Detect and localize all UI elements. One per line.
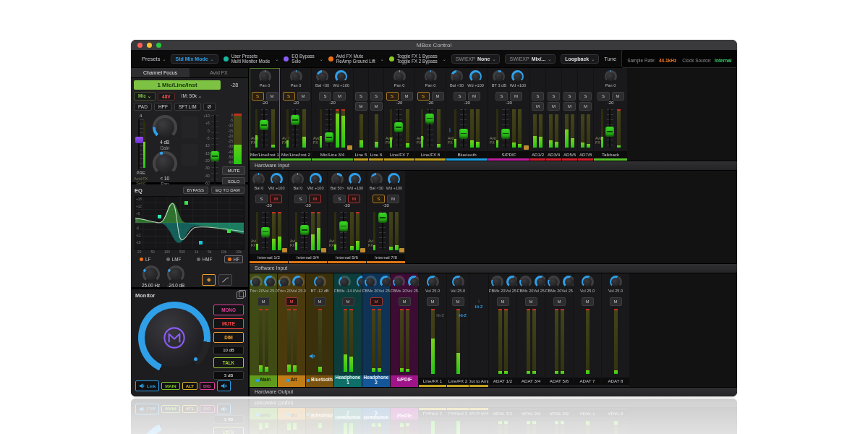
solo-button[interactable]: S [532,92,544,101]
knob[interactable] [605,70,617,82]
mute-button[interactable]: M [579,102,592,111]
eq-graph[interactable]: +18 +12 +6 0 -6 -12 -18 [135,196,244,250]
solo-button[interactable]: S [294,195,307,203]
channel-label[interactable]: Mic/Line/Inst 2 [281,151,311,158]
channel-fader[interactable] [260,108,269,149]
tab-avid-fx[interactable]: Avid FX [190,68,248,77]
channel-label[interactable]: Line 5 [354,151,368,158]
channel-label[interactable]: AD5/6 [562,151,577,158]
focus-channel-fader[interactable] [210,114,219,186]
solo-button[interactable]: S [255,195,268,203]
mix-mode-dropdown[interactable]: Std Mix Mode⌄ [171,54,218,64]
channel-fader[interactable] [501,108,510,149]
knob[interactable] [469,70,482,82]
knob[interactable] [491,276,503,288]
swexp1-dropdown[interactable]: SW/EXPNone⌄ [451,54,501,64]
knob[interactable] [393,276,405,288]
channel-fader[interactable] [394,108,404,149]
solo-button[interactable]: S [417,92,430,101]
knob[interactable] [278,276,291,288]
monitor-talk-button[interactable]: TALK [213,357,244,368]
mute-button[interactable]: M [258,297,270,306]
mute-button[interactable]: M [525,297,537,306]
mute-button[interactable]: M [314,297,326,306]
pad-button[interactable]: PAD [134,103,152,111]
eq-handle[interactable] [227,229,231,233]
eq-band-hmf[interactable]: HMF [193,255,216,263]
knob[interactable] [452,276,464,288]
mute-button[interactable]: M [270,195,282,203]
channel-label[interactable]: Internal 3/4 [289,254,327,261]
channel-fader[interactable] [425,108,435,149]
knob[interactable] [388,173,400,185]
knob[interactable] [610,276,622,288]
knob[interactable] [271,173,283,185]
mute-button[interactable]: M [370,102,383,111]
channel-label[interactable]: Internal 7/8 [367,254,405,261]
channel-label[interactable]: Line/FX 8 [415,151,446,158]
mute-button[interactable]: M [497,297,509,306]
phantom-48v-button[interactable]: 48V [158,93,175,101]
monitor-select-alt[interactable]: ALT [182,382,197,390]
knob[interactable] [259,70,271,82]
channel-label[interactable]: Internal 1/2 [250,254,288,261]
mute-button[interactable]: M [468,92,480,101]
knob[interactable] [493,70,505,82]
mute-button[interactable]: M [432,92,444,101]
solo-button[interactable]: S [333,195,346,203]
channel-fader[interactable] [299,210,309,252]
mute-button[interactable]: M [452,297,464,306]
knob[interactable] [511,70,524,82]
solo-button[interactable]: S [579,92,592,101]
eq-band-lmf[interactable]: LMF [163,255,185,263]
channel-label[interactable]: Mic/Line 3/4 [312,151,353,158]
channel-fader[interactable] [378,210,387,252]
mute-button[interactable]: M [610,297,622,306]
channel-fader[interactable] [324,108,333,149]
monitor-select-mute[interactable] [217,380,231,391]
mute-button[interactable]: M [355,102,367,111]
mute-button[interactable]: M [548,102,560,111]
tab-channel-focus[interactable]: Channel Focus [131,68,190,77]
mute-button[interactable]: M [348,195,360,203]
channel-label[interactable]: AD7/8 [578,151,593,158]
avid-fx-send-slider[interactable] [136,119,146,169]
toggle-avid-fx-mute[interactable]: Avid FX MuteReAmp Ground Lift⌄ [328,54,384,64]
solo-button[interactable]: S [386,92,399,101]
knob[interactable] [393,70,406,82]
channel-label[interactable]: ADAT 1/2 [489,378,516,385]
knob[interactable] [292,173,304,185]
channel-fader[interactable] [291,108,300,149]
channel-label[interactable]: Headphone 1 [334,375,362,385]
knob[interactable] [548,276,560,288]
impedance-select[interactable]: IM: 50k ⌄ [177,92,207,101]
eq-band-lf[interactable]: LF [136,255,154,263]
channel-fader[interactable] [459,108,468,149]
solo-button[interactable]: S [252,92,264,101]
monitor-mute-button[interactable]: MUTE [213,318,244,329]
eq-handle[interactable] [199,241,203,244]
tune-button[interactable]: Tune [604,56,616,62]
channel-label[interactable]: Bluetooth [446,151,488,158]
knob[interactable] [425,70,437,82]
channel-label[interactable]: Mic/Line/Inst 1 [250,151,280,158]
swexp2-dropdown[interactable]: SW/EXPMix/...⌄ [505,54,556,64]
source-select[interactable]: Mic ⌄ [134,92,156,101]
channel-label[interactable]: AD1/2 [530,151,545,158]
monitor-mono-button[interactable]: MONO [213,305,244,315]
knob[interactable] [250,276,263,288]
knob[interactable] [331,173,344,185]
knob[interactable] [339,276,351,288]
channel-label[interactable]: ADAT 5/6 [545,378,573,385]
solo-button[interactable]: S [355,92,367,101]
knob[interactable] [310,173,322,185]
channel-label[interactable]: Line/FX 2 [447,378,469,385]
knob[interactable] [316,70,328,82]
monitor-select-main[interactable]: MAIN [161,382,179,390]
mute-button[interactable]: M [342,297,354,306]
knob[interactable] [292,276,305,288]
knob[interactable] [290,70,302,82]
knob[interactable] [349,173,361,185]
channel-label[interactable]: ADAT 7 [574,378,601,385]
solo-button[interactable]: S [563,92,576,101]
